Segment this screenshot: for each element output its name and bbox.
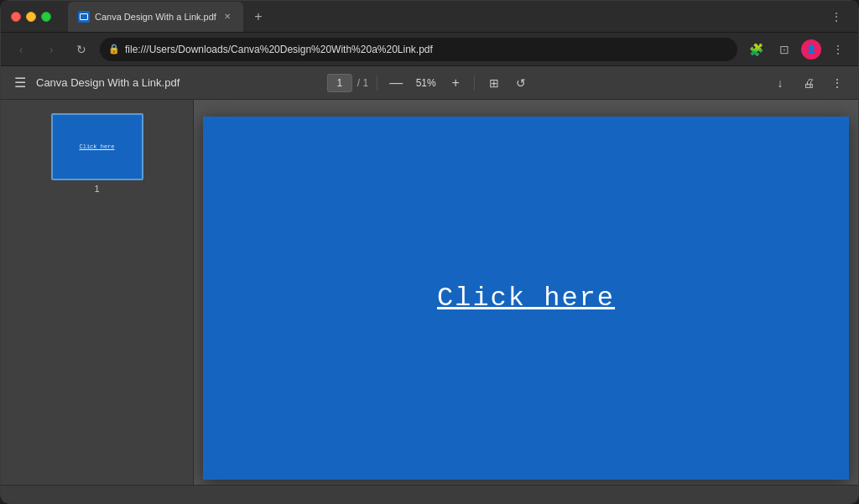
tab-close-button[interactable]: ✕ — [221, 11, 233, 23]
window-more-button[interactable]: ⋮ — [825, 5, 848, 29]
extensions-icon[interactable]: 🧩 — [744, 38, 768, 61]
browser-menu-button[interactable]: ⋮ — [826, 38, 850, 61]
url-text: file:///Users/Downloads/Canva%20Design%2… — [125, 44, 729, 55]
lock-icon: 🔒 — [108, 44, 120, 55]
separator — [377, 75, 377, 91]
tab-favicon — [78, 11, 90, 23]
pdf-main: Click here 1 Click here — [1, 100, 858, 485]
pdf-page-controls: 1 / 1 — 51% + ⊞ ↺ — [327, 72, 532, 94]
separator2 — [474, 75, 475, 91]
nav-right-icons: 🧩 ⊡ 👤 ⋮ — [744, 38, 850, 61]
pdf-thumbnail-link: Click here — [79, 143, 114, 150]
pdf-page-total: / 1 — [357, 77, 368, 89]
tab-bar: Canva Design With a Link.pdf ✕ + — [68, 2, 818, 32]
back-button[interactable]: ‹ — [9, 38, 33, 61]
minimize-button[interactable] — [26, 12, 36, 22]
pdf-thumbnail-1[interactable]: Click here — [51, 113, 143, 180]
sidebar-toggle-icon[interactable]: ⊡ — [773, 38, 796, 61]
address-bar[interactable]: 🔒 file:///Users/Downloads/Canva%20Design… — [100, 38, 737, 61]
zoom-decrease-button[interactable]: — — [386, 73, 406, 93]
pdf-more-button[interactable]: ⋮ — [826, 72, 848, 94]
pdf-right-icons: ↓ 🖨 ⋮ — [769, 72, 848, 94]
window-frame: Canva Design With a Link.pdf ✕ + ⋮ ‹ › ↻… — [0, 0, 859, 504]
maximize-button[interactable] — [41, 12, 51, 22]
pdf-document-title: Canva Design With a Link.pdf — [36, 76, 180, 89]
pdf-menu-icon[interactable]: ☰ — [11, 71, 29, 94]
pdf-click-here-link[interactable]: Click here — [437, 283, 615, 314]
rotate-button[interactable]: ↺ — [510, 72, 532, 94]
pdf-toolbar: ☰ Canva Design With a Link.pdf 1 / 1 — 5… — [1, 66, 858, 100]
zoom-value: 51% — [411, 77, 440, 89]
pdf-page-input[interactable]: 1 — [327, 74, 352, 92]
tab-title: Canva Design With a Link.pdf — [95, 12, 216, 22]
content-area: ☰ Canva Design With a Link.pdf 1 / 1 — 5… — [1, 66, 858, 503]
active-tab[interactable]: Canva Design With a Link.pdf ✕ — [68, 2, 243, 32]
close-button[interactable] — [11, 12, 21, 22]
pdf-sidebar: Click here 1 — [1, 100, 194, 485]
profile-avatar[interactable]: 👤 — [801, 39, 821, 60]
pdf-download-button[interactable]: ↓ — [769, 72, 791, 94]
traffic-lights — [11, 12, 51, 22]
reload-button[interactable]: ↻ — [70, 38, 93, 61]
nav-bar: ‹ › ↻ 🔒 file:///Users/Downloads/Canva%20… — [1, 33, 858, 66]
zoom-increase-button[interactable]: + — [445, 73, 466, 93]
new-tab-button[interactable]: + — [247, 5, 270, 29]
window-controls-right: ⋮ — [825, 5, 848, 29]
fit-page-button[interactable]: ⊞ — [483, 72, 505, 94]
pdf-thumbnail-number: 1 — [94, 184, 99, 194]
pdf-bottom-bar — [1, 485, 858, 503]
forward-button[interactable]: › — [39, 38, 63, 61]
pdf-page-view: Click here — [194, 100, 858, 485]
title-bar: Canva Design With a Link.pdf ✕ + ⋮ — [1, 1, 858, 33]
pdf-page: Click here — [203, 117, 849, 480]
pdf-print-button[interactable]: 🖨 — [798, 72, 820, 94]
pdf-thumbnail-container: Click here 1 — [51, 113, 143, 194]
